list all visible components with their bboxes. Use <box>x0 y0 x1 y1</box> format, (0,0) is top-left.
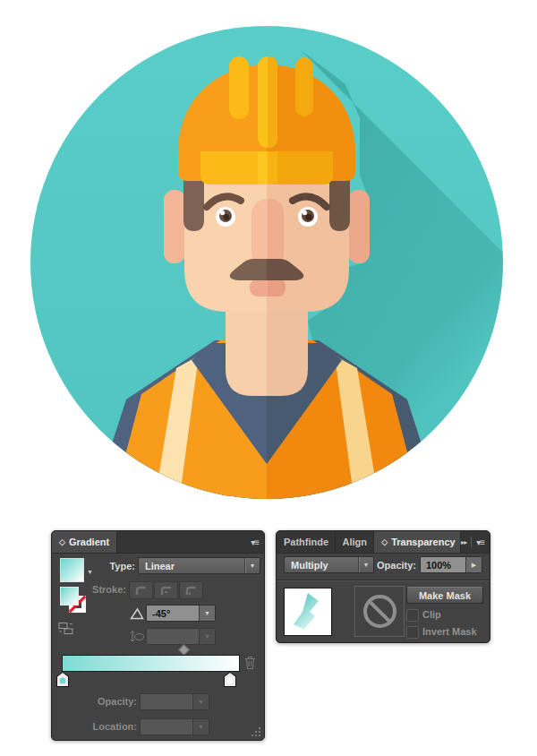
worker-avatar-illustration <box>0 0 537 520</box>
stroke-across-button <box>179 581 203 599</box>
delete-stop-trash-icon <box>243 655 257 670</box>
nose <box>251 199 284 269</box>
panel-cycle-icon: ◇ <box>59 537 65 546</box>
gradient-panel-title: Gradient <box>69 537 109 547</box>
stop-location-dropdown: ▼ <box>140 718 209 735</box>
tab-gradient[interactable]: ◇ Gradient <box>52 531 117 553</box>
stop-opacity-dropdown: ▼ <box>140 693 209 710</box>
stroke-label: Stroke: <box>77 584 126 595</box>
dropdown-arrow-icon: ▼ <box>359 562 373 568</box>
invert-mask-checkbox <box>406 626 419 639</box>
transparency-panel: Pathfinde Align ◇ Transparency ▸▸ ▾≡ Mul… <box>276 530 490 643</box>
screen: ◇ Gradient ▾≡ ▼ Type: Linear ▼ Str <box>0 0 537 756</box>
eye-left <box>216 207 235 227</box>
stroke-corner-icon <box>159 585 174 596</box>
gradient-swatch[interactable] <box>60 558 84 582</box>
gradient-midpoint-handle[interactable] <box>178 644 190 656</box>
stop-opacity-label: Opacity: <box>88 696 137 707</box>
type-value: Linear <box>139 561 175 571</box>
tab-transparency[interactable]: ◇ Transparency <box>374 531 461 553</box>
blend-mode-value: Multiply <box>285 560 328 571</box>
stroke-corner-icon <box>134 585 149 596</box>
opacity-label: Opacity: <box>377 560 418 571</box>
shadow-shape-thumbnail <box>285 588 331 635</box>
panel-resize-grip[interactable] <box>251 727 261 737</box>
angle-dropdown-arrow-icon[interactable]: ▼ <box>199 606 215 621</box>
dropdown-arrow-icon: ▼ <box>199 629 215 644</box>
mouth <box>250 279 286 296</box>
dropdown-arrow-icon: ▼ <box>192 719 209 735</box>
no-mask-icon <box>363 595 396 628</box>
transparency-panel-tabbar: Pathfinde Align ◇ Transparency ▸▸ ▾≡ <box>277 531 490 554</box>
type-dropdown[interactable]: Linear ▼ <box>138 557 260 574</box>
reverse-gradient-icon[interactable] <box>58 622 74 635</box>
gradient-slider-bar[interactable] <box>62 655 240 672</box>
clip-label: Clip <box>422 609 441 620</box>
panel-menu-icon[interactable]: ▾≡ <box>251 537 259 547</box>
make-mask-button[interactable]: Make Mask <box>406 587 483 604</box>
aspect-ratio-dropdown: ▼ <box>146 628 216 645</box>
type-label: Type: <box>86 561 135 571</box>
tab-align[interactable]: Align <box>336 531 375 553</box>
tab-pathfinder[interactable]: Pathfinde <box>277 531 336 553</box>
stroke-corner-icon <box>184 585 199 596</box>
ear-left <box>164 190 185 263</box>
panel-cycle-icon: ◇ <box>381 537 388 546</box>
dropdown-arrow-icon: ▼ <box>192 694 209 709</box>
ear-right <box>348 190 370 263</box>
clip-checkbox <box>406 609 419 622</box>
object-thumbnail[interactable] <box>284 588 332 636</box>
eye-right <box>298 207 318 227</box>
angle-field[interactable]: -45° ▼ <box>146 605 216 622</box>
hat-band <box>200 151 333 185</box>
gradient-panel-tabbar: ◇ Gradient ▾≡ <box>52 531 264 554</box>
aspect-ratio-icon <box>129 630 145 643</box>
mask-thumbnail-slot[interactable] <box>354 586 405 637</box>
panel-menu-icon[interactable]: ▾≡ <box>476 537 484 547</box>
stop-location-label: Location: <box>88 721 137 732</box>
angle-icon <box>130 607 144 620</box>
fill-proxy[interactable] <box>60 587 79 606</box>
worker-avatar-svg <box>0 0 537 520</box>
gradient-stop-right[interactable] <box>224 672 236 687</box>
stroke-along-button <box>154 581 178 599</box>
dropdown-arrow-icon: ▼ <box>245 563 260 569</box>
opacity-value: 100% <box>421 560 451 571</box>
opacity-spinner-icon[interactable]: ▶ <box>465 557 482 572</box>
gradient-stop-left[interactable] <box>56 672 69 687</box>
opacity-field[interactable]: 100% ▶ <box>420 556 482 573</box>
invert-mask-label: Invert Mask <box>422 626 477 637</box>
collapse-panels-icon[interactable]: ▸▸ <box>461 538 466 546</box>
gradient-panel: ◇ Gradient ▾≡ ▼ Type: Linear ▼ Str <box>51 530 265 741</box>
stroke-within-button <box>129 581 153 599</box>
angle-value: -45° <box>147 608 170 619</box>
blend-mode-dropdown[interactable]: Multiply ▼ <box>284 556 374 573</box>
